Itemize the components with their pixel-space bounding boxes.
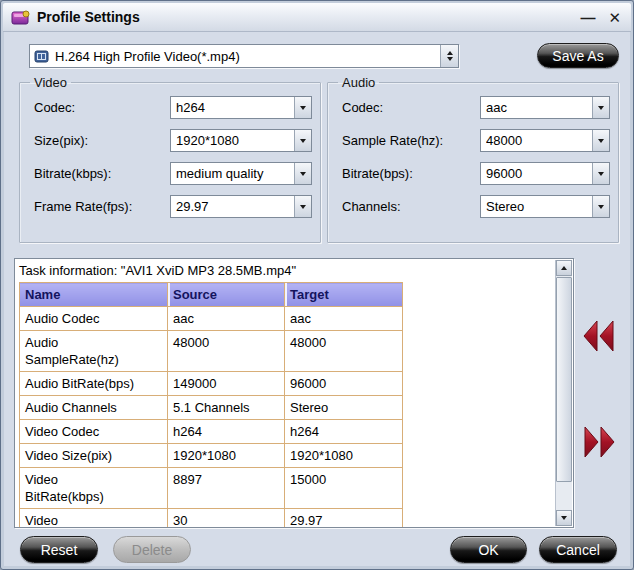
cell-name: Video FrameRate(fps)	[20, 509, 168, 529]
cell-source: 1920*1080	[168, 444, 285, 468]
reset-button[interactable]: Reset	[20, 536, 98, 563]
format-icon	[34, 49, 49, 64]
audio-codec-row: Codec: aac	[338, 96, 610, 119]
audio-channels-label: Channels:	[338, 199, 401, 214]
video-framerate-combo[interactable]: 29.97	[170, 195, 312, 218]
cell-source: 30	[168, 509, 285, 529]
cell-name: Audio Channels	[20, 396, 168, 420]
chevron-down-icon[interactable]	[592, 97, 609, 118]
task-information-title: Task information: "AVI1 XviD MP3 28.5MB.…	[15, 259, 573, 282]
video-framerate-row: Frame Rate(fps): 29.97	[30, 195, 312, 218]
column-header-name: Name	[20, 283, 168, 307]
cell-name: Audio BitRate(bps)	[20, 372, 168, 396]
video-group: Video Codec: h264 Size(pix): 1920*1080 B…	[19, 75, 321, 243]
video-codec-value: h264	[176, 100, 294, 115]
cell-source: 149000	[168, 372, 285, 396]
scrollbar-thumb[interactable]	[556, 277, 572, 482]
table-row: Video BitRate(kbps) 8897 15000	[20, 468, 403, 509]
cell-source: 48000	[168, 331, 285, 372]
profile-selected-value: H.264 High Profile Video(*.mp4)	[55, 49, 440, 64]
audio-bitrate-label: Bitrate(bps):	[338, 166, 413, 181]
cell-target: Stereo	[285, 396, 403, 420]
task-information-panel: Task information: "AVI1 XviD MP3 28.5MB.…	[14, 258, 574, 528]
double-right-arrow-icon	[583, 425, 615, 459]
audio-bitrate-combo[interactable]: 96000	[480, 162, 610, 185]
cell-target: 1920*1080	[285, 444, 403, 468]
cell-name: Audio SampleRate(hz)	[20, 331, 168, 372]
table-row: Video Size(pix) 1920*1080 1920*1080	[20, 444, 403, 468]
double-left-arrow-icon	[583, 319, 615, 353]
video-codec-row: Codec: h264	[30, 96, 312, 119]
task-table: Name Source Target Audio Codec aac aac A…	[19, 282, 403, 528]
audio-samplerate-value: 48000	[486, 133, 592, 148]
cell-target: aac	[285, 307, 403, 331]
video-bitrate-label: Bitrate(kbps):	[30, 166, 111, 181]
audio-samplerate-label: Sample Rate(hz):	[338, 133, 443, 148]
scroll-up-button[interactable]	[556, 260, 572, 276]
double-right-arrow-button[interactable]	[583, 425, 615, 459]
video-framerate-value: 29.97	[176, 199, 294, 214]
cell-name: Video Codec	[20, 420, 168, 444]
video-bitrate-value: medium quality	[176, 166, 294, 181]
titlebar: Profile Settings — ✕	[3, 3, 631, 32]
column-header-source: Source	[168, 283, 285, 307]
cell-target: 48000	[285, 331, 403, 372]
scroll-down-button[interactable]	[556, 510, 572, 526]
audio-codec-combo[interactable]: aac	[480, 96, 610, 119]
audio-samplerate-row: Sample Rate(hz): 48000	[338, 129, 610, 152]
chevron-down-icon[interactable]	[294, 97, 311, 118]
table-row: Audio Channels 5.1 Channels Stereo	[20, 396, 403, 420]
table-row: Video FrameRate(fps) 30 29.97	[20, 509, 403, 529]
table-row: Audio SampleRate(hz) 48000 48000	[20, 331, 403, 372]
audio-codec-label: Codec:	[338, 100, 383, 115]
save-as-button[interactable]: Save As	[537, 43, 619, 68]
chevron-down-icon[interactable]	[592, 196, 609, 217]
chevron-down-icon[interactable]	[592, 130, 609, 151]
audio-channels-row: Channels: Stereo	[338, 195, 610, 218]
audio-bitrate-value: 96000	[486, 166, 592, 181]
table-header-row: Name Source Target	[20, 283, 403, 307]
scroll-up-icon	[561, 266, 567, 270]
cell-target: 15000	[285, 468, 403, 509]
video-size-value: 1920*1080	[176, 133, 294, 148]
chevron-down-icon[interactable]	[294, 163, 311, 184]
video-bitrate-row: Bitrate(kbps): medium quality	[30, 162, 312, 185]
video-framerate-label: Frame Rate(fps):	[30, 199, 132, 214]
profile-select[interactable]: H.264 High Profile Video(*.mp4)	[29, 44, 459, 68]
video-size-combo[interactable]: 1920*1080	[170, 129, 312, 152]
scroll-down-icon	[561, 516, 567, 520]
app-icon	[11, 9, 31, 26]
audio-codec-value: aac	[486, 100, 592, 115]
chevron-down-icon[interactable]	[592, 163, 609, 184]
video-codec-combo[interactable]: h264	[170, 96, 312, 119]
ok-button[interactable]: OK	[450, 536, 527, 563]
audio-bitrate-row: Bitrate(bps): 96000	[338, 162, 610, 185]
cell-target: 96000	[285, 372, 403, 396]
video-group-label: Video	[30, 75, 71, 90]
cell-name: Video Size(pix)	[20, 444, 168, 468]
profile-settings-window: Profile Settings — ✕ H.264 High Profile …	[0, 0, 634, 570]
close-button[interactable]: ✕	[608, 10, 621, 25]
chevron-down-icon[interactable]	[294, 196, 311, 217]
table-row: Video Codec h264 h264	[20, 420, 403, 444]
cell-source: 5.1 Channels	[168, 396, 285, 420]
double-left-arrow-button[interactable]	[583, 319, 615, 353]
audio-samplerate-combo[interactable]: 48000	[480, 129, 610, 152]
table-row: Audio Codec aac aac	[20, 307, 403, 331]
audio-channels-value: Stereo	[486, 199, 592, 214]
cell-name: Audio Codec	[20, 307, 168, 331]
vertical-scrollbar[interactable]	[555, 260, 572, 526]
audio-channels-combo[interactable]: Stereo	[480, 195, 610, 218]
cell-source: aac	[168, 307, 285, 331]
table-row: Audio BitRate(bps) 149000 96000	[20, 372, 403, 396]
window-controls: — ✕	[580, 10, 621, 25]
audio-group: Audio Codec: aac Sample Rate(hz): 48000 …	[327, 75, 619, 243]
profile-spinner[interactable]	[440, 45, 458, 67]
minimize-button[interactable]: —	[580, 10, 594, 25]
spinner-down-icon	[447, 57, 453, 61]
cancel-button[interactable]: Cancel	[539, 536, 617, 563]
video-bitrate-combo[interactable]: medium quality	[170, 162, 312, 185]
cell-target: h264	[285, 420, 403, 444]
chevron-down-icon[interactable]	[294, 130, 311, 151]
video-codec-label: Codec:	[30, 100, 75, 115]
